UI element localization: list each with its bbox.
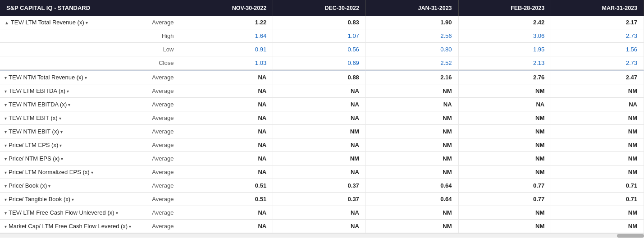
caret-icon[interactable]: ▾: [86, 20, 88, 25]
expand-icon[interactable]: ▾: [5, 75, 7, 80]
sub-cell-nov: 0.91: [180, 43, 273, 56]
table-row: ▾TEV/ NTM EBIT (x) ▾AverageNANMNMNMNM: [0, 125, 644, 138]
row-label[interactable]: ▾TEV/ LTM EBIT (x) ▾: [0, 111, 139, 125]
sub-cell-mar: 1.56: [551, 43, 644, 56]
sub-row-stat: Close: [139, 56, 180, 70]
cell-dec: 0.83: [273, 16, 366, 29]
expand-icon[interactable]: ▾: [5, 89, 7, 94]
header-dec-2022: DEC-30-2022: [273, 0, 366, 16]
caret-icon[interactable]: ▾: [91, 170, 93, 175]
scrollbar-thumb[interactable]: [617, 234, 644, 238]
expand-icon[interactable]: ▾: [5, 143, 7, 148]
caret-icon[interactable]: ▾: [85, 75, 87, 80]
row-label[interactable]: ▾TEV/ NTM EBIT (x) ▾: [0, 125, 139, 138]
sub-cell-feb: 2.13: [458, 56, 551, 70]
expand-icon[interactable]: ▾: [5, 184, 7, 188]
expand-icon[interactable]: ▾: [5, 102, 7, 107]
header-feb-2023: FEB-28-2023: [458, 0, 551, 16]
cell-jan: NM: [365, 165, 458, 179]
row-label[interactable]: ▾Market Cap/ LTM Free Cash Flow Levered …: [0, 220, 139, 233]
header-title[interactable]: S&P CAPITAL IQ - STANDARD: [0, 0, 180, 16]
cell-jan: NM: [365, 152, 458, 165]
row-label[interactable]: ▾Price/ Tangible Book (x) ▾: [0, 193, 139, 206]
cell-jan: 0.64: [365, 179, 458, 193]
row-label[interactable]: ▾Price/ NTM EPS (x) ▾: [0, 152, 139, 165]
caret-icon[interactable]: ▾: [116, 211, 118, 216]
sub-row: High1.641.072.563.062.73: [0, 29, 644, 43]
header-nov-2022: NOV-30-2022: [180, 0, 273, 16]
sub-cell-dec: 0.56: [273, 43, 366, 56]
caret-icon[interactable]: ▾: [59, 116, 61, 121]
sub-cell-jan: 0.80: [365, 43, 458, 56]
caret-icon[interactable]: ▾: [129, 224, 131, 229]
cell-mar: 0.71: [551, 193, 644, 206]
cell-nov: NA: [180, 165, 273, 179]
cell-mar: NM: [551, 220, 644, 233]
horizontal-scrollbar[interactable]: [0, 233, 644, 238]
row-label[interactable]: ▾TEV/ NTM Total Revenue (x) ▾: [0, 71, 139, 84]
cell-dec: 0.37: [273, 193, 366, 206]
cell-jan: NM: [365, 220, 458, 233]
sub-cell-feb: 1.95: [458, 43, 551, 56]
caret-icon[interactable]: ▾: [60, 129, 63, 134]
cell-dec: NA: [273, 98, 366, 111]
row-stat: Average: [139, 179, 180, 193]
sub-cell-feb: 3.06: [458, 29, 551, 43]
cell-dec: NA: [273, 206, 366, 220]
cell-feb: NA: [458, 98, 551, 111]
table-row: ▾Price/ LTM EPS (x) ▾AverageNANANMNMNM: [0, 138, 644, 152]
row-label[interactable]: ▾TEV/ NTM EBITDA (x) ▾: [0, 98, 139, 111]
row-stat: Average: [139, 152, 180, 165]
cell-feb: NM: [458, 125, 551, 138]
table-row: ▾Price/ LTM Normalized EPS (x) ▾AverageN…: [0, 165, 644, 179]
cell-mar: 2.47: [551, 71, 644, 84]
caret-icon[interactable]: ▾: [61, 156, 63, 161]
caret-icon[interactable]: ▾: [48, 184, 50, 188]
expand-icon[interactable]: ▾: [5, 224, 7, 229]
row-label[interactable]: ▾Price/ LTM Normalized EPS (x) ▾: [0, 165, 139, 179]
table-header-row: S&P CAPITAL IQ - STANDARD NOV-30-2022 DE…: [0, 0, 644, 16]
caret-icon[interactable]: ▾: [68, 102, 70, 107]
sub-cell-jan: 2.52: [365, 56, 458, 70]
header-mar-2023: MAR-31-2023: [551, 0, 644, 16]
cell-mar: 2.17: [551, 16, 644, 29]
cell-jan: NM: [365, 125, 458, 138]
row-stat: Average: [139, 16, 180, 29]
cell-feb: 2.76: [458, 71, 551, 84]
table-row: ▾Price/ Book (x) ▾Average0.510.370.640.7…: [0, 179, 644, 193]
row-stat: Average: [139, 220, 180, 233]
caret-icon[interactable]: ▾: [59, 143, 62, 148]
table-row: ▾TEV/ LTM EBITDA (x) ▾AverageNANANMNMNM: [0, 84, 644, 98]
sub-row-label: [0, 56, 139, 70]
cell-mar: NM: [551, 84, 644, 98]
sub-row-stat: High: [139, 29, 180, 43]
expand-icon[interactable]: ▾: [5, 116, 7, 121]
cell-dec: NA: [273, 220, 366, 233]
cell-jan: 2.16: [365, 71, 458, 84]
cell-nov: 1.22: [180, 16, 273, 29]
expand-icon[interactable]: ▾: [5, 170, 7, 175]
expand-icon[interactable]: ▲: [5, 20, 9, 25]
cell-dec: NA: [273, 138, 366, 152]
row-label[interactable]: ▾Price/ Book (x) ▾: [0, 179, 139, 193]
expand-icon[interactable]: ▾: [5, 156, 7, 161]
cell-dec: NA: [273, 165, 366, 179]
caret-icon[interactable]: ▾: [72, 197, 74, 202]
row-label[interactable]: ▾TEV/ LTM Free Cash Flow Unlevered (x) ▾: [0, 206, 139, 220]
row-label[interactable]: ▲TEV/ LTM Total Revenue (x) ▾: [0, 16, 139, 29]
cell-dec: 0.88: [273, 71, 366, 84]
table-row: ▾Price/ Tangible Book (x) ▾Average0.510.…: [0, 193, 644, 206]
cell-nov: NA: [180, 84, 273, 98]
row-stat: Average: [139, 206, 180, 220]
caret-icon[interactable]: ▾: [67, 89, 69, 94]
row-stat: Average: [139, 125, 180, 138]
expand-icon[interactable]: ▾: [5, 129, 7, 134]
row-label[interactable]: ▾Price/ LTM EPS (x) ▾: [0, 138, 139, 152]
cell-jan: NM: [365, 206, 458, 220]
row-label[interactable]: ▾TEV/ LTM EBITDA (x) ▾: [0, 84, 139, 98]
expand-icon[interactable]: ▾: [5, 211, 7, 216]
expand-icon[interactable]: ▾: [5, 197, 7, 202]
row-stat: Average: [139, 193, 180, 206]
cell-dec: NM: [273, 125, 366, 138]
sub-row: Close1.030.692.522.132.73: [0, 56, 644, 70]
